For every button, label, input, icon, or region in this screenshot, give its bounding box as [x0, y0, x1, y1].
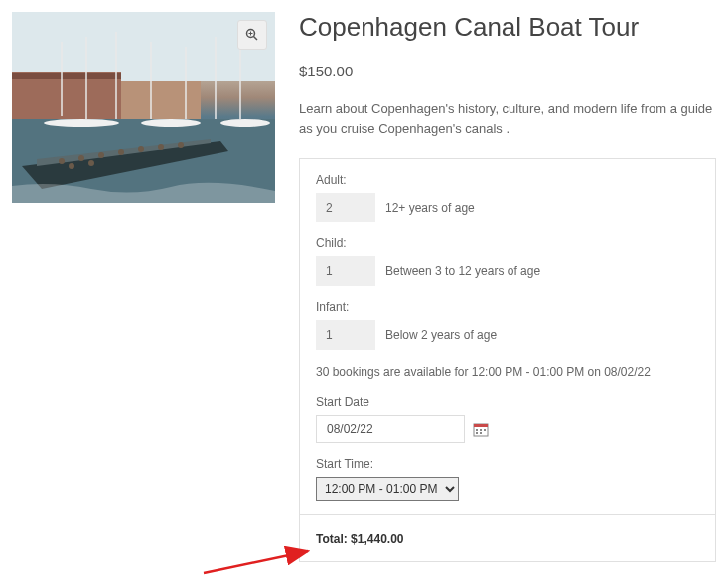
start-time-label: Start Time:: [316, 457, 699, 471]
svg-point-19: [138, 146, 144, 152]
svg-point-22: [69, 163, 74, 169]
total-amount: $1,440.00: [351, 532, 403, 546]
calendar-icon[interactable]: [473, 422, 489, 437]
child-qty-input[interactable]: [316, 256, 375, 286]
svg-point-21: [178, 142, 184, 148]
child-label: Child:: [316, 236, 699, 250]
zoom-icon[interactable]: [237, 20, 267, 50]
svg-point-16: [78, 155, 84, 161]
svg-point-20: [158, 144, 164, 150]
svg-rect-34: [480, 432, 482, 434]
svg-point-18: [118, 149, 124, 155]
booking-form: Adult: 12+ years of age Child: Between 3…: [299, 158, 716, 515]
svg-rect-32: [484, 429, 486, 431]
product-price: $150.00: [299, 63, 716, 79]
start-date-label: Start Date: [316, 395, 699, 409]
svg-rect-2: [121, 81, 201, 121]
product-title: Copenhagen Canal Boat Tour: [299, 12, 716, 43]
infant-label: Infant:: [316, 300, 699, 314]
svg-rect-33: [476, 432, 478, 434]
svg-rect-3: [12, 73, 121, 79]
adult-note: 12+ years of age: [385, 201, 475, 215]
start-date-input[interactable]: [316, 415, 465, 443]
svg-point-17: [98, 152, 104, 158]
infant-note: Below 2 years of age: [385, 328, 497, 342]
adult-label: Adult:: [316, 173, 699, 187]
start-time-select[interactable]: 12:00 PM - 01:00 PM: [316, 477, 459, 501]
child-note: Between 3 to 12 years of age: [385, 264, 540, 278]
svg-point-13: [141, 119, 201, 127]
total-label: Total:: [316, 532, 351, 546]
svg-point-23: [88, 160, 94, 166]
svg-rect-29: [474, 424, 488, 427]
total-box: Total: $1,440.00: [299, 515, 716, 562]
svg-rect-0: [12, 12, 275, 81]
product-description: Learn about Copenhagen's history, cultur…: [299, 99, 716, 138]
svg-point-14: [220, 119, 270, 127]
adult-qty-input[interactable]: [316, 193, 375, 222]
svg-line-25: [254, 37, 258, 41]
infant-qty-input[interactable]: [316, 320, 375, 350]
svg-point-12: [44, 119, 119, 127]
svg-point-15: [59, 158, 65, 164]
availability-text: 30 bookings are available for 12:00 PM -…: [316, 365, 699, 379]
svg-rect-30: [476, 429, 478, 431]
product-image[interactable]: [12, 12, 275, 203]
svg-rect-31: [480, 429, 482, 431]
